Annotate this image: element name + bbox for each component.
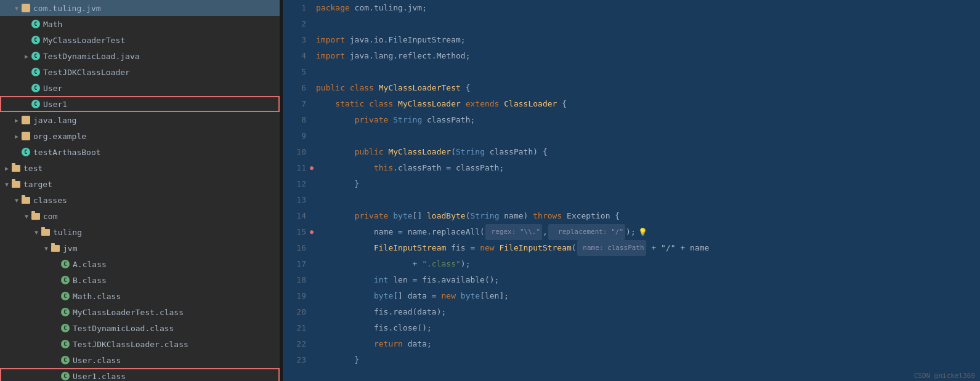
line-number: 8 <box>283 112 306 128</box>
tree-item-target[interactable]: target <box>0 176 280 192</box>
code-token: class <box>369 96 393 112</box>
tree-item-user[interactable]: CUser <box>0 80 280 96</box>
line-number: 11 <box>283 160 306 176</box>
code-line <box>316 192 980 208</box>
code-token: import <box>316 48 345 64</box>
code-token <box>456 288 461 304</box>
class-file-icon: C <box>60 371 70 381</box>
code-token: { <box>461 80 471 96</box>
line-number: 17 <box>283 256 306 272</box>
tree-item-label: Math.class <box>73 292 121 301</box>
class-icon: C <box>31 83 41 93</box>
code-token <box>316 288 374 304</box>
tree-item-math-class[interactable]: CMath.class <box>0 288 280 304</box>
code-token: String <box>471 208 500 224</box>
param-hint: replacement: "/" <box>548 224 625 240</box>
tree-item-myclassloadertest-class[interactable]: CMyClassLoaderTest.class <box>0 304 280 320</box>
code-token: MyClassLoaderTest <box>379 80 461 96</box>
class-icon: C <box>31 19 41 29</box>
tree-item-com-tuling-jvm[interactable]: com.tuling.jvm <box>0 0 280 16</box>
tree-item-user1-class[interactable]: CUser1.class <box>0 368 280 381</box>
code-token <box>316 112 355 128</box>
code-token <box>495 240 500 256</box>
tree-item-testjdkclassloader[interactable]: CTestJDKClassLoader <box>0 64 280 80</box>
folder-icon <box>31 211 41 221</box>
code-token: .classPath = classPath; <box>393 160 504 176</box>
code-token <box>316 208 355 224</box>
code-line: ▶public class MyClassLoaderTest { <box>316 80 980 96</box>
code-content[interactable]: package com.tuling.jvm; import java.io.F… <box>311 0 980 381</box>
code-token <box>374 80 379 96</box>
tree-item-label: java.lang <box>33 116 76 125</box>
line-number: 4 <box>283 48 306 64</box>
code-token: + <box>316 256 422 272</box>
tree-item-user1[interactable]: CUser1 <box>0 96 280 112</box>
tree-item-a-class[interactable]: CA.class <box>0 256 280 272</box>
tree-item-myclassloadertest[interactable]: CMyClassLoaderTest <box>0 32 280 48</box>
code-editor: 1234567891011121314151617181920212223 pa… <box>283 0 980 381</box>
tree-item-testjdkclassloader-class[interactable]: CTestJDKClassLoader.class <box>0 336 280 352</box>
class-file-icon: C <box>60 275 70 285</box>
line-number: 20 <box>283 304 306 320</box>
tree-item-label: test <box>23 164 43 173</box>
code-token: private <box>355 208 389 224</box>
code-token: fis.close(); <box>316 320 432 336</box>
tree-item-java-lang[interactable]: java.lang <box>0 112 280 128</box>
tree-arrow <box>42 245 51 252</box>
code-token: loadByte <box>427 208 466 224</box>
code-token: MyClassLoader <box>388 144 451 160</box>
package-icon <box>21 115 31 125</box>
line-number: 15 <box>283 224 306 240</box>
tree-arrow <box>12 117 21 124</box>
code-token: Exception { <box>562 208 620 224</box>
code-token: byte <box>461 288 480 304</box>
code-token: new <box>442 288 456 304</box>
code-token: public <box>355 144 384 160</box>
class-icon: C <box>31 51 41 61</box>
code-token: FileInputStream <box>499 240 571 256</box>
code-token: data; <box>403 336 432 352</box>
class-file-icon: C <box>60 259 70 269</box>
code-token: + "/" + name <box>647 240 710 256</box>
tree-item-math[interactable]: CMath <box>0 16 280 32</box>
tree-item-testdynamicload[interactable]: CTestDynamicLoad.java <box>0 48 280 64</box>
line-number: 23 <box>283 352 306 368</box>
code-line: import java.lang.reflect.Method; <box>316 48 980 64</box>
code-line: FileInputStream fis = new FileInputStrea… <box>316 240 980 256</box>
class-file-icon: C <box>60 339 70 349</box>
line-number: 14 <box>283 208 306 224</box>
code-token: ( <box>451 144 456 160</box>
tree-item-user-class[interactable]: CUser.class <box>0 352 280 368</box>
code-line: return data; <box>316 336 980 352</box>
code-token: public <box>316 80 345 96</box>
tree-item-testarthasboot[interactable]: CtestArthasBoot <box>0 144 280 160</box>
code-token <box>393 96 398 112</box>
code-token: import <box>316 32 345 48</box>
tree-item-com-folder[interactable]: com <box>0 208 280 224</box>
line-number: 6 <box>283 80 306 96</box>
folder-icon <box>51 243 60 253</box>
class-icon: C <box>31 67 41 77</box>
code-token: } <box>316 176 359 192</box>
tree-item-label: TestDynamicLoad.java <box>43 52 140 61</box>
line-number: 13 <box>283 192 306 208</box>
tree-item-label: MyClassLoaderTest.class <box>73 308 184 317</box>
tree-item-label: tuling <box>53 228 82 237</box>
code-token: name) <box>499 208 533 224</box>
tree-item-classes[interactable]: classes <box>0 192 280 208</box>
code-token: package <box>316 0 350 16</box>
tree-item-jvm-folder[interactable]: jvm <box>0 240 280 256</box>
tree-item-test[interactable]: test <box>0 160 280 176</box>
code-line: package com.tuling.jvm; <box>316 0 980 16</box>
line-number: 3 <box>283 32 306 48</box>
code-token: fis.read(data); <box>316 304 446 320</box>
tree-item-org-example[interactable]: org.example <box>0 128 280 144</box>
tree-item-b-class[interactable]: CB.class <box>0 272 280 288</box>
code-token: throws <box>533 208 562 224</box>
package-icon <box>21 131 31 141</box>
code-token: FileInputStream <box>374 240 446 256</box>
tree-item-testdynamicload-class[interactable]: CTestDynamicLoad.class <box>0 320 280 336</box>
code-token <box>384 144 389 160</box>
tree-item-tuling-folder[interactable]: tuling <box>0 224 280 240</box>
tree-item-label: com <box>43 212 57 221</box>
